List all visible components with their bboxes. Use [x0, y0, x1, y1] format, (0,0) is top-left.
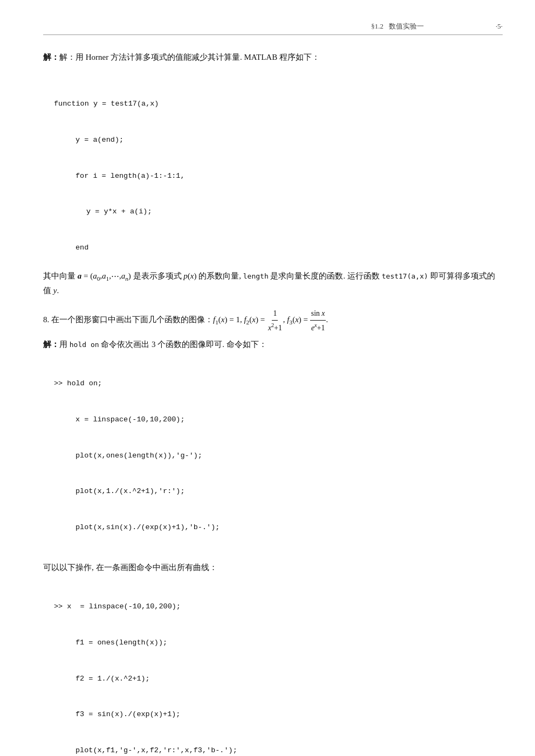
solution-label: 解： — [43, 52, 59, 61]
code-block-2: >> hold on; x = linspace(-10,10,200); pl… — [54, 353, 503, 558]
problem-8-number: 8. — [43, 316, 49, 324]
code-block-3: >> x = linspace(-10,10,200); f1 = ones(l… — [54, 577, 503, 756]
solution-intro-text: 解：用 Horner 方法计算多项式的值能减少其计算量. MATLAB 程序如下… — [59, 53, 320, 61]
code-2-line-5: plot(x,sin(x)./(exp(x)+1),'b-.'); — [76, 522, 503, 533]
solution-intro: 解：解：用 Horner 方法计算多项式的值能减少其计算量. MATLAB 程序… — [43, 50, 503, 65]
code-3-line-1: >> x = linspace(-10,10,200); — [54, 601, 503, 613]
problem-8-statement: 8. 在一个图形窗口中画出下面几个函数的图像：f1(x) = 1, f2(x) … — [43, 307, 503, 334]
code-3-line-4: f3 = sin(x)./(exp(x)+1); — [76, 709, 503, 720]
code-3-line-2: f1 = ones(length(x)); — [76, 637, 503, 649]
code-2-line-2: x = linspace(-10,10,200); — [76, 414, 503, 426]
code-line-5: end — [76, 242, 503, 254]
problem-8-solution-text: 解：用 hold on 命令依次画出 3 个函数的图像即可. 命令如下： — [43, 337, 503, 352]
code-block-1: function y = test17(a,x) y = a(end); for… — [54, 74, 503, 266]
code-2-line-1: >> hold on; — [54, 378, 503, 390]
explanation-1: 其中向量 a = (a0,a1,⋯,an) 是表示多项式 p(x) 的系数向量,… — [43, 269, 503, 298]
section-label: §1.2 — [371, 22, 383, 30]
section-title: 数值实验一 — [389, 22, 424, 30]
code-3-line-5: plot(x,f1,'g-',x,f2,'r:',x,f3,'b-.'); — [76, 745, 503, 756]
code-2-line-3: plot(x,ones(length(x)),'g-'); — [76, 450, 503, 462]
code-line-2: y = a(end); — [76, 134, 503, 146]
page-number: ·5· — [496, 22, 503, 30]
code-line-1: function y = test17(a,x) — [54, 98, 503, 110]
code-line-3: for i = length(a)-1:-1:1, — [76, 170, 503, 182]
code-2-line-4: plot(x,1./(x.^2+1),'r:'); — [76, 485, 503, 497]
solution-label-8: 解： — [43, 339, 59, 349]
code-line-4: y = y*x + a(i); — [86, 206, 503, 218]
code-3-line-3: f2 = 1./(x.^2+1); — [76, 673, 503, 685]
problem-8-alt-text: 可以以下操作, 在一条画图命令中画出所有曲线： — [43, 561, 503, 575]
problem-8: 8. 在一个图形窗口中画出下面几个函数的图像：f1(x) = 1, f2(x) … — [43, 307, 503, 756]
page-header: §1.2 数值实验一 ·5· — [43, 22, 503, 35]
